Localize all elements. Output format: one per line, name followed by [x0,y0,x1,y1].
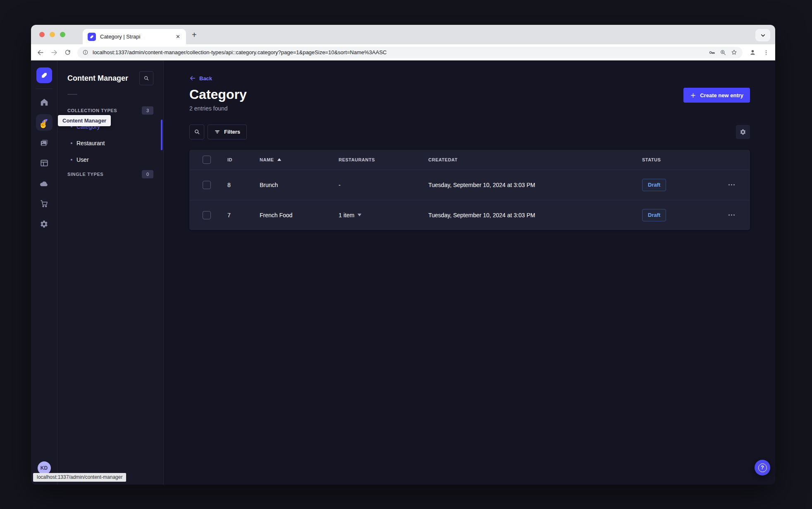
table-header-row: ID NAME RESTAURANTS CREATEDAT STATUS [189,150,750,170]
row-actions-menu[interactable] [713,214,750,216]
tab-search-button[interactable] [755,29,770,41]
strapi-logo[interactable] [36,67,52,83]
select-all-checkbox[interactable] [203,156,211,164]
create-button-label: Create new entry [700,92,743,98]
back-label: Back [199,75,212,82]
bullet-icon [71,159,72,161]
browser-tab-strip: Category | Strapi ✕ + [31,25,775,44]
table-row[interactable]: 7 French Food 1 item Tuesday, September … [189,200,750,230]
sidebar-search-button[interactable] [139,71,153,85]
cell-id: 7 [227,212,260,218]
content-type-builder-nav-icon[interactable] [36,155,53,171]
table-search-button[interactable] [189,125,204,139]
filters-button[interactable]: Filters [208,125,247,139]
column-header-createdat[interactable]: CREATEDAT [428,157,642,162]
row-actions-menu[interactable] [713,184,750,185]
link-status-bar: localhost:1337/admin/content-manager [33,473,126,482]
zoom-window-button[interactable] [60,32,65,37]
column-header-id[interactable]: ID [227,157,260,162]
single-types-label: SINGLE TYPES [67,172,103,177]
chevron-down-icon [357,213,362,217]
sort-ascending-icon [277,158,282,161]
arrow-left-icon [189,75,196,82]
create-new-entry-button[interactable]: Create new entry [683,88,750,103]
column-header-status[interactable]: STATUS [642,157,713,162]
password-key-icon[interactable] [708,49,716,56]
cell-name: French Food [260,212,339,218]
filters-toolbar: Filters [189,125,750,139]
table-row[interactable]: 8 Brunch - Tuesday, September 10, 2024 a… [189,170,750,200]
browser-toolbar: localhost:1337/admin/content-manager/col… [31,44,775,60]
cell-createdat: Tuesday, September 10, 2024 at 3:03 PM [428,212,642,218]
cell-restaurants[interactable]: 1 item [339,212,428,218]
filters-button-label: Filters [224,129,240,135]
sidebar-scrollbar-thumb[interactable] [161,120,162,150]
close-window-button[interactable] [39,32,45,37]
site-info-icon[interactable] [82,49,88,55]
question-icon: ? [758,463,767,472]
entries-table: ID NAME RESTAURANTS CREATEDAT STATUS 8 [189,150,750,230]
sidebar-title: Content Manager [67,74,128,83]
cell-createdat: Tuesday, September 10, 2024 at 3:03 PM [428,182,642,188]
browser-menu-icon[interactable] [763,49,769,56]
cell-id: 8 [227,182,260,188]
back-link[interactable]: Back [189,75,212,82]
back-nav-icon[interactable] [37,49,44,56]
profile-icon[interactable] [749,48,757,56]
home-nav-icon[interactable] [36,94,53,110]
sidebar-item-label: Restaurant [76,140,105,146]
reload-icon[interactable] [64,49,71,56]
browser-window: Category | Strapi ✕ + localhost:1337/adm… [31,25,775,485]
sidebar-item-user[interactable]: User [67,151,153,168]
sidebar-item-restaurant[interactable]: Restaurant [67,135,153,151]
media-library-nav-icon[interactable] [36,134,53,151]
row-checkbox[interactable] [203,211,211,219]
hand-cursor-icon: ☝ [38,119,48,129]
zoom-search-icon[interactable] [720,49,726,56]
entries-count: 2 entries found [189,105,247,112]
row-checkbox[interactable] [203,181,211,189]
status-badge: Draft [642,209,666,221]
settings-gear-nav-icon[interactable] [36,216,53,232]
help-button[interactable]: ? [755,460,770,475]
page-title: Category [189,87,247,102]
status-badge: Draft [642,179,666,191]
new-tab-button[interactable]: + [192,31,197,39]
cloud-nav-icon[interactable] [36,175,53,192]
plus-icon [690,92,696,98]
main-content: Back Category 2 entries found Create new… [164,60,775,485]
minimize-window-button[interactable] [50,32,55,37]
strapi-app: KD Content Manager COLLECTION TYPES 3 Ca… [31,60,775,485]
close-tab-icon[interactable]: ✕ [175,33,181,41]
view-settings-button[interactable] [736,125,750,139]
rail-divider [36,89,53,89]
column-header-restaurants[interactable]: RESTAURANTS [339,157,428,162]
cell-restaurants: - [339,182,428,188]
strapi-favicon-icon [88,33,96,41]
collection-types-count-badge: 3 [142,106,153,115]
bullet-icon [71,142,72,144]
tab-title: Category | Strapi [100,34,171,40]
sidebar-item-label: User [76,156,89,163]
single-types-count-badge: 0 [142,170,153,178]
column-header-name[interactable]: NAME [260,157,339,162]
bookmark-star-icon[interactable] [731,49,738,56]
content-manager-tooltip: Content Manager [58,115,111,126]
collection-types-label: COLLECTION TYPES [67,108,117,113]
marketplace-cart-nav-icon[interactable] [36,195,53,212]
filter-lines-icon [214,129,220,135]
url-bar[interactable]: localhost:1337/admin/content-manager/col… [77,47,743,58]
forward-nav-icon[interactable] [50,49,58,56]
cell-name: Brunch [260,182,339,188]
url-text[interactable]: localhost:1337/admin/content-manager/col… [93,49,704,55]
browser-tab[interactable]: Category | Strapi ✕ [83,29,186,44]
sidebar-divider [67,94,77,95]
window-controls [39,32,65,37]
